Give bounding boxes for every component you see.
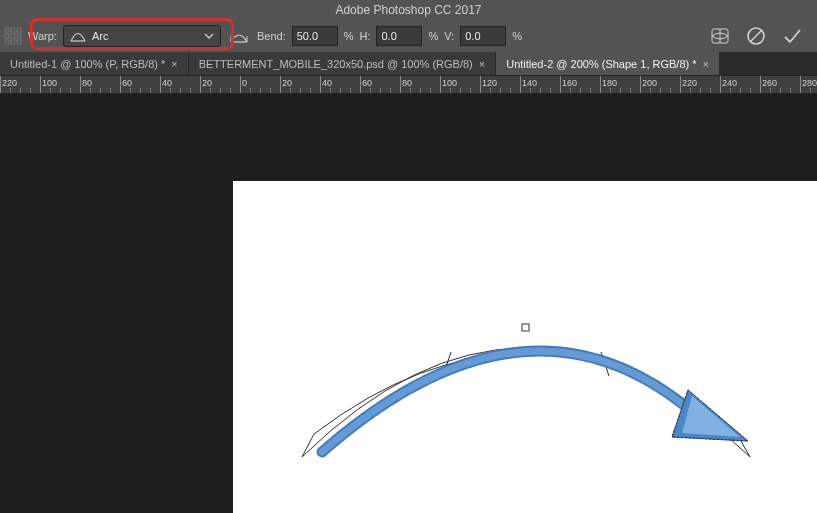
ruler-label: 240 — [722, 78, 737, 88]
ruler-label: 80 — [82, 78, 92, 88]
ruler-label: 160 — [562, 78, 577, 88]
svg-rect-2 — [17, 28, 21, 32]
warp-arrow-shape[interactable] — [0, 94, 817, 513]
ruler-label: 40 — [162, 78, 172, 88]
tab-label: Untitled-1 @ 100% (P, RGB/8) * — [10, 58, 165, 70]
h-input[interactable] — [376, 26, 422, 46]
ruler-label: 260 — [762, 78, 777, 88]
tab-label: Untitled-2 @ 200% (Shape 1, RGB/8) * — [506, 58, 696, 70]
horizontal-ruler[interactable]: 2201008060402002040608010012014016018020… — [0, 76, 817, 94]
options-bar: Warp: Arc Bend: % H: % V: % — [0, 20, 817, 52]
svg-rect-7 — [11, 40, 15, 44]
svg-rect-6 — [5, 40, 9, 44]
ruler-label: 40 — [322, 78, 332, 88]
ruler-label: 220 — [2, 78, 17, 88]
bend-input[interactable] — [292, 26, 338, 46]
ruler-label: 0 — [242, 78, 247, 88]
cancel-transform-button[interactable] — [745, 25, 767, 47]
svg-rect-5 — [17, 34, 21, 38]
v-pct: % — [512, 30, 522, 42]
bend-label[interactable]: Bend: — [257, 30, 286, 42]
svg-rect-21 — [522, 324, 529, 331]
svg-rect-0 — [5, 28, 9, 32]
h-pct: % — [428, 30, 438, 42]
ruler-label: 60 — [122, 78, 132, 88]
h-label[interactable]: H: — [359, 30, 370, 42]
chevron-down-icon — [204, 31, 214, 41]
commit-controls — [709, 25, 813, 47]
bend-pct: % — [344, 30, 354, 42]
transform-reference-icon[interactable] — [4, 27, 22, 45]
tab-label: BETTERMENT_MOBILE_320x50.psd @ 100% (RGB… — [199, 58, 473, 70]
warp-orientation-button[interactable] — [227, 25, 251, 47]
close-icon[interactable]: × — [171, 58, 177, 70]
document-tab[interactable]: Untitled-1 @ 100% (P, RGB/8) * × — [0, 52, 189, 75]
svg-rect-1 — [11, 28, 15, 32]
svg-rect-3 — [5, 34, 9, 38]
ruler-label: 100 — [42, 78, 57, 88]
warp-label: Warp: — [28, 30, 57, 42]
ruler-label: 120 — [482, 78, 497, 88]
svg-marker-23 — [682, 396, 740, 437]
svg-rect-8 — [17, 40, 21, 44]
ruler-label: 20 — [202, 78, 212, 88]
commit-transform-button[interactable] — [781, 25, 803, 47]
ruler-label: 220 — [682, 78, 697, 88]
svg-rect-4 — [11, 34, 15, 38]
document-tab[interactable]: BETTERMENT_MOBILE_320x50.psd @ 100% (RGB… — [189, 52, 496, 75]
switch-warp-freeform-button[interactable] — [709, 25, 731, 47]
app-title: Adobe Photoshop CC 2017 — [335, 3, 481, 17]
canvas-area[interactable] — [0, 94, 817, 513]
ruler-label: 200 — [642, 78, 657, 88]
svg-line-16 — [751, 31, 762, 42]
v-input[interactable] — [460, 26, 506, 46]
v-label[interactable]: V: — [444, 30, 454, 42]
document-tab[interactable]: Untitled-2 @ 200% (Shape 1, RGB/8) * × — [496, 52, 720, 75]
ruler-label: 20 — [282, 78, 292, 88]
warp-style-value: Arc — [92, 30, 109, 42]
ruler-label: 80 — [402, 78, 412, 88]
window-titlebar: Adobe Photoshop CC 2017 — [0, 0, 817, 20]
ruler-label: 60 — [362, 78, 372, 88]
document-tabs: Untitled-1 @ 100% (P, RGB/8) * × BETTERM… — [0, 52, 817, 76]
close-icon[interactable]: × — [703, 58, 709, 70]
warp-style-select[interactable]: Arc — [63, 25, 221, 47]
ruler-label: 140 — [522, 78, 537, 88]
svg-line-17 — [302, 434, 314, 457]
ruler-label: 180 — [602, 78, 617, 88]
arc-icon — [70, 30, 86, 42]
close-icon[interactable]: × — [479, 58, 485, 70]
ruler-label: 280 — [802, 78, 817, 88]
ruler-label: 100 — [442, 78, 457, 88]
